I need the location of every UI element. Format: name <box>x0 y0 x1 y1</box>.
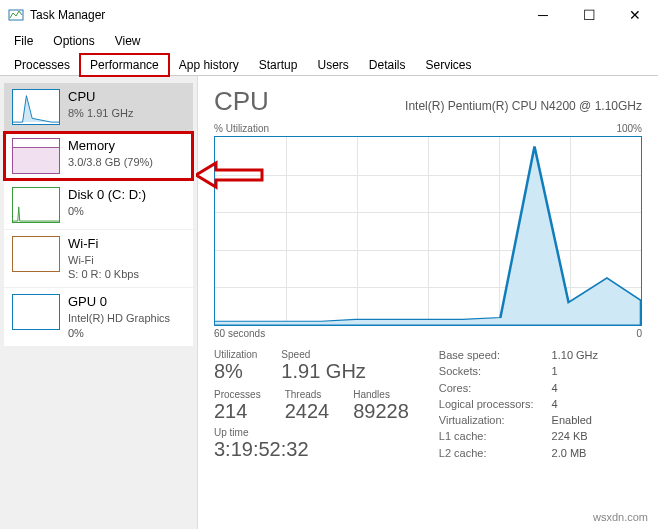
tab-app-history[interactable]: App history <box>169 54 249 75</box>
utilization-value: 8% <box>214 360 257 383</box>
chart-y-max: 100% <box>616 123 642 134</box>
gpu-thumb <box>12 294 60 330</box>
speed-value: 1.91 GHz <box>281 360 365 383</box>
close-button[interactable]: ✕ <box>612 0 658 30</box>
utilization-label: Utilization <box>214 349 257 360</box>
l1-v: 224 KB <box>552 430 598 444</box>
threads-value: 2424 <box>285 400 330 423</box>
watermark: wsxdn.com <box>593 511 648 523</box>
disk-sub: 0% <box>68 204 146 218</box>
logical-k: Logical processors: <box>439 398 534 412</box>
gpu-sub1: Intel(R) HD Graphics <box>68 311 170 325</box>
titlebar: Task Manager ─ ☐ ✕ <box>0 0 658 30</box>
menu-file[interactable]: File <box>4 32 43 50</box>
l2-k: L2 cache: <box>439 447 534 461</box>
maximize-button[interactable]: ☐ <box>566 0 612 30</box>
processes-value: 214 <box>214 400 261 423</box>
tab-users[interactable]: Users <box>307 54 358 75</box>
tab-processes[interactable]: Processes <box>4 54 80 75</box>
minimize-button[interactable]: ─ <box>520 0 566 30</box>
sidebar-item-wifi[interactable]: Wi-Fi Wi-Fi S: 0 R: 0 Kbps <box>4 230 193 287</box>
tab-performance[interactable]: Performance <box>80 54 169 76</box>
memory-title: Memory <box>68 138 153 155</box>
sidebar-item-gpu[interactable]: GPU 0 Intel(R) HD Graphics 0% <box>4 288 193 345</box>
base-speed-k: Base speed: <box>439 349 534 363</box>
gpu-title: GPU 0 <box>68 294 170 311</box>
cores-k: Cores: <box>439 382 534 396</box>
cpu-sub: 8% 1.91 GHz <box>68 106 133 120</box>
sockets-k: Sockets: <box>439 365 534 379</box>
disk-title: Disk 0 (C: D:) <box>68 187 146 204</box>
l2-v: 2.0 MB <box>552 447 598 461</box>
speed-label: Speed <box>281 349 365 360</box>
handles-label: Handles <box>353 389 409 400</box>
svg-marker-3 <box>196 163 262 187</box>
svg-rect-0 <box>9 10 23 20</box>
utilization-chart <box>214 136 642 326</box>
tab-startup[interactable]: Startup <box>249 54 308 75</box>
base-speed-v: 1.10 GHz <box>552 349 598 363</box>
tab-services[interactable]: Services <box>416 54 482 75</box>
handles-value: 89228 <box>353 400 409 423</box>
wifi-thumb <box>12 236 60 272</box>
wifi-title: Wi-Fi <box>68 236 139 253</box>
chart-line <box>215 137 641 325</box>
threads-label: Threads <box>285 389 330 400</box>
cpu-model: Intel(R) Pentium(R) CPU N4200 @ 1.10GHz <box>289 99 642 113</box>
virt-k: Virtualization: <box>439 414 534 428</box>
virt-v: Enabled <box>552 414 598 428</box>
logical-v: 4 <box>552 398 598 412</box>
uptime-label: Up time <box>214 427 409 438</box>
gpu-sub2: 0% <box>68 326 170 340</box>
wifi-sub1: Wi-Fi <box>68 253 139 267</box>
menu-view[interactable]: View <box>105 32 151 50</box>
page-title: CPU <box>214 86 269 117</box>
chart-x-right: 0 <box>636 328 642 339</box>
sidebar-item-disk[interactable]: Disk 0 (C: D:) 0% <box>4 181 193 229</box>
chart-x-left: 60 seconds <box>214 328 265 339</box>
l1-k: L1 cache: <box>439 430 534 444</box>
wifi-sub2: S: 0 R: 0 Kbps <box>68 267 139 281</box>
cpu-thumb <box>12 89 60 125</box>
sockets-v: 1 <box>552 365 598 379</box>
disk-thumb <box>12 187 60 223</box>
annotation-arrow-icon <box>196 160 266 193</box>
tab-details[interactable]: Details <box>359 54 416 75</box>
uptime-value: 3:19:52:32 <box>214 438 409 461</box>
cpu-title: CPU <box>68 89 133 106</box>
chart-y-label: % Utilization <box>214 123 269 134</box>
main-panel: CPU Intel(R) Pentium(R) CPU N4200 @ 1.10… <box>198 76 658 529</box>
sidebar-item-cpu[interactable]: CPU 8% 1.91 GHz <box>4 83 193 131</box>
svg-rect-1 <box>13 148 59 174</box>
sidebar-item-memory[interactable]: Memory 3.0/3.8 GB (79%) <box>4 132 193 180</box>
cores-v: 4 <box>552 382 598 396</box>
content: CPU 8% 1.91 GHz Memory 3.0/3.8 GB (79%) … <box>0 76 658 529</box>
memory-sub: 3.0/3.8 GB (79%) <box>68 155 153 169</box>
memory-thumb <box>12 138 60 174</box>
processes-label: Processes <box>214 389 261 400</box>
menu-options[interactable]: Options <box>43 32 104 50</box>
tab-bar: Processes Performance App history Startu… <box>0 52 658 76</box>
cpu-info-grid: Base speed:1.10 GHz Sockets:1 Cores:4 Lo… <box>439 349 598 461</box>
sidebar: CPU 8% 1.91 GHz Memory 3.0/3.8 GB (79%) … <box>0 76 198 529</box>
menubar: File Options View <box>0 30 658 52</box>
app-icon <box>8 7 24 23</box>
